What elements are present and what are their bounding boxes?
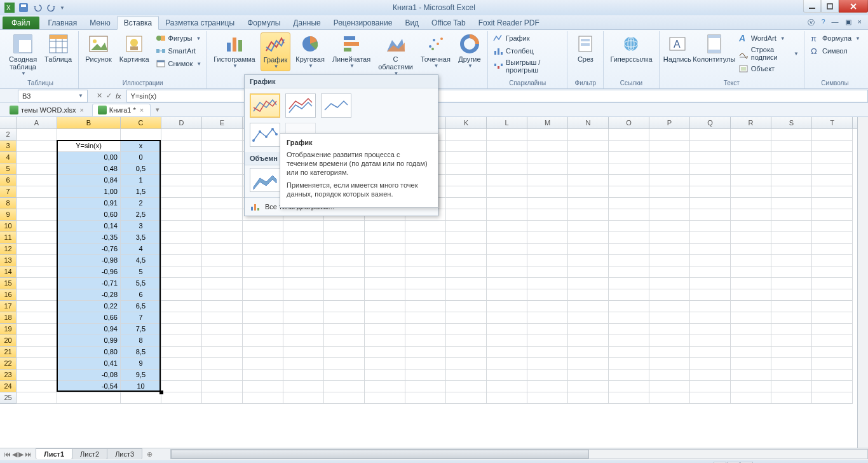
- cell-T19[interactable]: [812, 324, 853, 335]
- column-header-T[interactable]: T: [812, 117, 853, 128]
- sheet-tab[interactable]: Лист1: [36, 448, 72, 459]
- cell-J22[interactable]: [405, 358, 446, 370]
- row-header[interactable]: 4: [0, 152, 17, 163]
- hyperlink-button[interactable]: Гиперссылка: [607, 32, 654, 64]
- cell-H22[interactable]: [324, 358, 365, 370]
- bar-chart-button[interactable]: Линейчатая▼: [330, 32, 373, 70]
- cell-C12[interactable]: 4: [121, 244, 161, 255]
- cell-Q14[interactable]: [690, 266, 731, 278]
- cell-D22[interactable]: [161, 358, 202, 370]
- cell-P15[interactable]: [649, 278, 690, 289]
- cell-A4[interactable]: [17, 152, 57, 163]
- cell-D17[interactable]: [161, 301, 202, 312]
- cell-K4[interactable]: [446, 152, 487, 163]
- cell-N21[interactable]: [568, 347, 609, 358]
- redo-icon[interactable]: [46, 2, 57, 13]
- cell-I17[interactable]: [365, 301, 405, 312]
- cell-R5[interactable]: [731, 163, 771, 175]
- cell-N23[interactable]: [568, 370, 609, 381]
- cell-I14[interactable]: [365, 266, 405, 278]
- cell-F17[interactable]: [243, 301, 283, 312]
- cell-K6[interactable]: [446, 175, 487, 186]
- cell-N3[interactable]: [568, 141, 609, 152]
- cell-L10[interactable]: [487, 221, 527, 232]
- cell-D18[interactable]: [161, 312, 202, 324]
- cell-J18[interactable]: [405, 312, 446, 324]
- row-header[interactable]: 18: [0, 312, 17, 324]
- cell-F25[interactable]: [243, 392, 283, 404]
- cell-S12[interactable]: [771, 244, 812, 255]
- cell-Q19[interactable]: [690, 324, 731, 335]
- cell-T25[interactable]: [812, 392, 853, 404]
- cell-D10[interactable]: [161, 221, 202, 232]
- horizontal-scrollbar[interactable]: [170, 449, 868, 459]
- cell-J17[interactable]: [405, 301, 446, 312]
- cell-P12[interactable]: [649, 244, 690, 255]
- cell-Q23[interactable]: [690, 370, 731, 381]
- cell-O10[interactable]: [609, 221, 649, 232]
- cell-T24[interactable]: [812, 381, 853, 392]
- cell-R8[interactable]: [731, 198, 771, 209]
- cell-S18[interactable]: [771, 312, 812, 324]
- cell-M18[interactable]: [527, 312, 568, 324]
- cell-S17[interactable]: [771, 301, 812, 312]
- cell-D6[interactable]: [161, 175, 202, 186]
- cell-L25[interactable]: [487, 392, 527, 404]
- cell-K9[interactable]: [446, 209, 487, 221]
- cell-L16[interactable]: [487, 289, 527, 301]
- cell-D14[interactable]: [161, 266, 202, 278]
- cell-Q4[interactable]: [690, 152, 731, 163]
- cell-E19[interactable]: [202, 324, 243, 335]
- cell-R3[interactable]: [731, 141, 771, 152]
- cell-P19[interactable]: [649, 324, 690, 335]
- cell-K8[interactable]: [446, 198, 487, 209]
- ribbon-tab-главная[interactable]: Главная: [42, 17, 84, 29]
- cell-E13[interactable]: [202, 255, 243, 266]
- cell-A7[interactable]: [17, 186, 57, 198]
- sheet-nav-last-icon[interactable]: ⏭: [25, 450, 32, 459]
- cell-A23[interactable]: [17, 370, 57, 381]
- cell-N8[interactable]: [568, 198, 609, 209]
- cell-H12[interactable]: [324, 244, 365, 255]
- cell-S10[interactable]: [771, 221, 812, 232]
- cell-F11[interactable]: [243, 232, 283, 244]
- cell-M10[interactable]: [527, 221, 568, 232]
- cell-N5[interactable]: [568, 163, 609, 175]
- cell-T16[interactable]: [812, 289, 853, 301]
- cell-L14[interactable]: [487, 266, 527, 278]
- cell-D3[interactable]: [161, 141, 202, 152]
- cell-J10[interactable]: [405, 221, 446, 232]
- cell-R7[interactable]: [731, 186, 771, 198]
- clipart-button[interactable]: Картинка: [117, 32, 152, 64]
- cell-E14[interactable]: [202, 266, 243, 278]
- cell-B19[interactable]: 0,94: [57, 324, 121, 335]
- cell-N7[interactable]: [568, 186, 609, 198]
- maximize-button[interactable]: [821, 0, 839, 13]
- cell-T8[interactable]: [812, 198, 853, 209]
- cell-K7[interactable]: [446, 186, 487, 198]
- file-tab[interactable]: Файл: [3, 17, 39, 29]
- cell-S23[interactable]: [771, 370, 812, 381]
- cell-S13[interactable]: [771, 255, 812, 266]
- qat-customize-icon[interactable]: ▼: [60, 5, 65, 11]
- cell-B22[interactable]: 0,41: [57, 358, 121, 370]
- cell-J12[interactable]: [405, 244, 446, 255]
- cell-C25[interactable]: [121, 392, 161, 404]
- cell-L12[interactable]: [487, 244, 527, 255]
- cell-G15[interactable]: [283, 278, 324, 289]
- header-footer-button[interactable]: Колонтитулы: [694, 32, 735, 64]
- cell-N14[interactable]: [568, 266, 609, 278]
- close-button[interactable]: [839, 0, 868, 13]
- cell-E8[interactable]: [202, 198, 243, 209]
- cell-E17[interactable]: [202, 301, 243, 312]
- cell-S19[interactable]: [771, 324, 812, 335]
- cell-E2[interactable]: [202, 129, 243, 141]
- cell-C16[interactable]: 6: [121, 289, 161, 301]
- signature-line-button[interactable]: Строка подписи▼: [737, 45, 800, 62]
- cell-L7[interactable]: [487, 186, 527, 198]
- cell-L22[interactable]: [487, 358, 527, 370]
- cell-G21[interactable]: [283, 347, 324, 358]
- cell-N13[interactable]: [568, 255, 609, 266]
- cell-S14[interactable]: [771, 266, 812, 278]
- cell-S20[interactable]: [771, 335, 812, 347]
